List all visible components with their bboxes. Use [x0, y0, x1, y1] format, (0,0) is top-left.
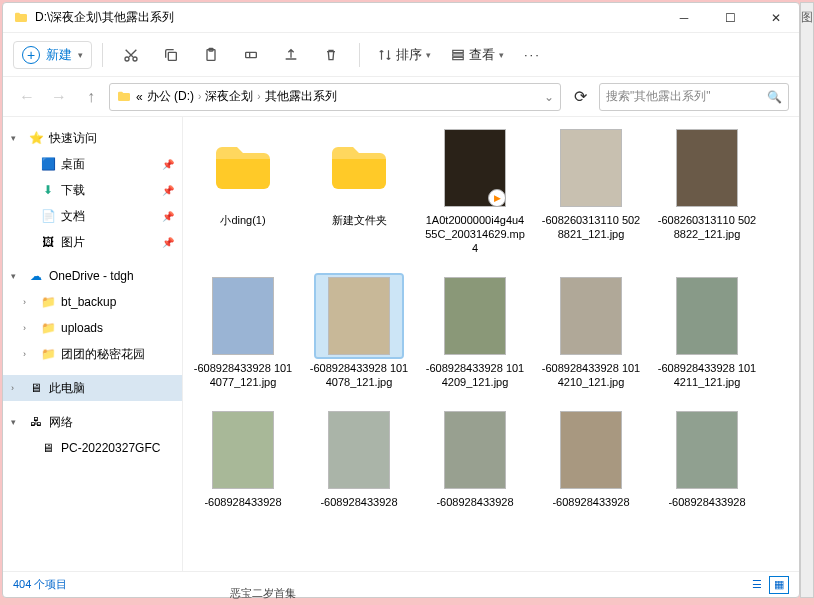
file-item[interactable]: -608928433928 1014209_121.jpg	[425, 275, 525, 389]
chevron-down-icon: ▾	[499, 50, 504, 60]
crumb-part[interactable]: 其他露出系列	[265, 88, 337, 105]
svg-rect-5	[246, 52, 257, 57]
folder-icon	[13, 10, 29, 26]
back-button[interactable]: ←	[13, 83, 41, 111]
view-button[interactable]: 查看 ▾	[443, 42, 512, 68]
folder-item[interactable]: 小ding(1)	[193, 127, 293, 255]
explorer-window: D:\深夜企划\其他露出系列 ─ ☐ ✕ + 新建 ▾ 排序 ▾ 查看 ▾	[2, 2, 800, 598]
file-name: 1A0t2000000i4g4u455C_200314629.mp4	[425, 213, 525, 255]
quick-access[interactable]: ▾⭐快速访问	[3, 125, 182, 151]
thumbnail	[548, 409, 634, 491]
file-item[interactable]: -608928433928	[657, 409, 757, 509]
team-folder[interactable]: ›📁团团的秘密花园	[3, 341, 182, 367]
file-name: -608928433928	[320, 495, 397, 509]
file-name: -608928433928	[552, 495, 629, 509]
file-name: -608928433928 1014078_121.jpg	[309, 361, 409, 389]
file-name: 小ding(1)	[220, 213, 265, 227]
maximize-button[interactable]: ☐	[707, 3, 753, 33]
file-name: 新建文件夹	[332, 213, 387, 227]
network[interactable]: ▾🖧网络	[3, 409, 182, 435]
folder-icon	[116, 89, 132, 105]
pin-icon: 📌	[162, 185, 174, 196]
thumbnail	[316, 275, 402, 357]
share-button[interactable]	[273, 40, 309, 70]
chevron-right-icon: ›	[257, 91, 260, 102]
network-pc[interactable]: 🖥PC-20220327GFC	[3, 435, 182, 461]
sort-button[interactable]: 排序 ▾	[370, 42, 439, 68]
copy-button[interactable]	[153, 40, 189, 70]
file-grid: 小ding(1)新建文件夹▶1A0t2000000i4g4u455C_20031…	[183, 117, 799, 571]
chevron-right-icon: ›	[198, 91, 201, 102]
file-name: -608928433928	[436, 495, 513, 509]
svg-point-0	[125, 57, 129, 61]
uploads[interactable]: ›📁uploads	[3, 315, 182, 341]
sidebar: ▾⭐快速访问 🟦桌面📌 ⬇下载📌 📄文档📌 🖼图片📌 ▾☁OneDrive - …	[3, 117, 183, 571]
chevron-down-icon: ▾	[426, 50, 431, 60]
icons-view-button[interactable]: ▦	[769, 576, 789, 594]
pictures[interactable]: 🖼图片📌	[3, 229, 182, 255]
thumbnail	[432, 409, 518, 491]
documents[interactable]: 📄文档📌	[3, 203, 182, 229]
rename-button[interactable]	[233, 40, 269, 70]
file-item[interactable]: -608928433928 1014078_121.jpg	[309, 275, 409, 389]
file-item[interactable]: -608928433928 1014211_121.jpg	[657, 275, 757, 389]
thumbnail	[316, 409, 402, 491]
file-item[interactable]: -608928433928	[193, 409, 293, 509]
crumb-part[interactable]: 深夜企划	[205, 88, 253, 105]
thumbnail: ▶	[432, 127, 518, 209]
delete-button[interactable]	[313, 40, 349, 70]
svg-rect-8	[453, 57, 464, 59]
file-item[interactable]: -608260313110 5028821_121.jpg	[541, 127, 641, 255]
svg-rect-2	[168, 52, 176, 60]
thumbnail	[664, 275, 750, 357]
thumbnail	[664, 127, 750, 209]
edge-panel[interactable]: 图	[800, 2, 814, 598]
new-button[interactable]: + 新建 ▾	[13, 41, 92, 69]
statusbar: 404 个项目 ☰ ▦	[3, 571, 799, 597]
breadcrumb[interactable]: « 办公 (D:) › 深夜企划 › 其他露出系列 ⌄	[109, 83, 561, 111]
thumbnail	[664, 409, 750, 491]
forward-button[interactable]: →	[45, 83, 73, 111]
desktop[interactable]: 🟦桌面📌	[3, 151, 182, 177]
bt-backup[interactable]: ›📁bt_backup	[3, 289, 182, 315]
thumbnail	[200, 275, 286, 357]
chevron-down-icon[interactable]: ⌄	[544, 90, 554, 104]
onedrive[interactable]: ▾☁OneDrive - tdgh	[3, 263, 182, 289]
file-item[interactable]: -608928433928	[425, 409, 525, 509]
chevron-down-icon: ▾	[78, 50, 83, 60]
svg-point-1	[133, 57, 137, 61]
plus-icon: +	[22, 46, 40, 64]
window-title: D:\深夜企划\其他露出系列	[35, 9, 174, 26]
file-name: -608928433928	[668, 495, 745, 509]
details-view-button[interactable]: ☰	[747, 576, 767, 594]
minimize-button[interactable]: ─	[661, 3, 707, 33]
close-button[interactable]: ✕	[753, 3, 799, 33]
file-item[interactable]: ▶1A0t2000000i4g4u455C_200314629.mp4	[425, 127, 525, 255]
play-icon: ▶	[488, 189, 506, 207]
downloads[interactable]: ⬇下载📌	[3, 177, 182, 203]
file-item[interactable]: -608928433928 1014210_121.jpg	[541, 275, 641, 389]
pin-icon: 📌	[162, 237, 174, 248]
titlebar: D:\深夜企划\其他露出系列 ─ ☐ ✕	[3, 3, 799, 33]
crumb-part[interactable]: 办公 (D:)	[147, 88, 194, 105]
thumbnail	[200, 409, 286, 491]
refresh-button[interactable]: ⟳	[565, 83, 595, 111]
search-input[interactable]: 搜索"其他露出系列" 🔍	[599, 83, 789, 111]
folder-item[interactable]: 新建文件夹	[309, 127, 409, 255]
file-item[interactable]: -608928433928	[309, 409, 409, 509]
more-button[interactable]: ···	[516, 43, 549, 66]
file-item[interactable]: -608928433928 1014077_121.jpg	[193, 275, 293, 389]
search-placeholder: 搜索"其他露出系列"	[606, 88, 711, 105]
paste-button[interactable]	[193, 40, 229, 70]
item-count: 404 个项目	[13, 577, 67, 592]
file-name: -608260313110 5028822_121.jpg	[657, 213, 757, 241]
this-pc[interactable]: ›🖥此电脑	[3, 375, 182, 401]
file-item[interactable]: -608260313110 5028822_121.jpg	[657, 127, 757, 255]
thumbnail	[316, 127, 402, 209]
cut-button[interactable]	[113, 40, 149, 70]
svg-rect-6	[453, 50, 464, 52]
file-name: -608928433928 1014210_121.jpg	[541, 361, 641, 389]
up-button[interactable]: ↑	[77, 83, 105, 111]
file-item[interactable]: -608928433928	[541, 409, 641, 509]
svg-rect-7	[453, 53, 464, 55]
